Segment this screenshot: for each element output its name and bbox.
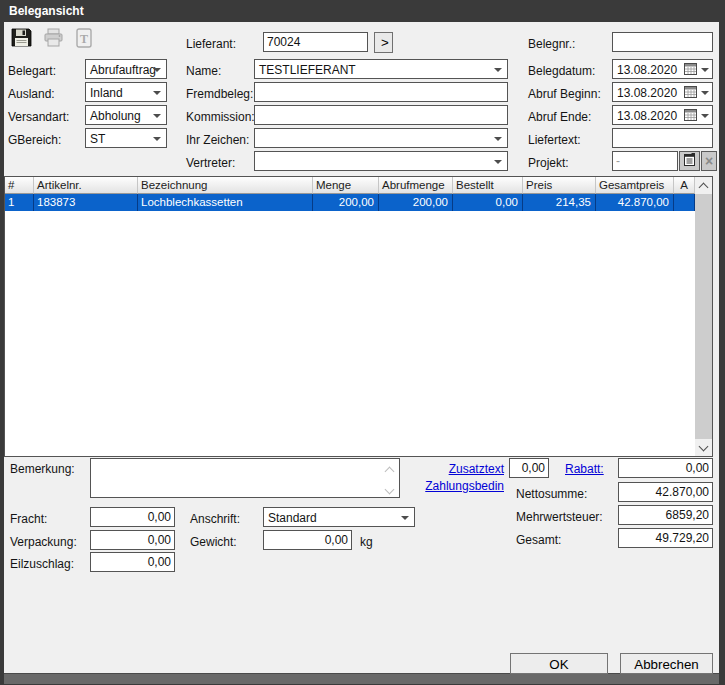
gewicht-label: Gewicht: [190, 535, 237, 549]
chevron-down-icon [401, 516, 409, 520]
save-button[interactable] [11, 28, 35, 52]
zahlungsbedingungen-link[interactable]: Zahlungsbedin [420, 479, 504, 493]
chevron-down-icon [153, 91, 161, 95]
eilzuschlag-label: Eilzuschlag: [10, 557, 74, 571]
chevron-down-icon [494, 160, 502, 164]
fremdbeleg-input[interactable] [254, 82, 508, 102]
belegdatum-label: Belegdatum: [528, 64, 595, 78]
nettosumme-input[interactable] [618, 482, 713, 502]
ausland-value: Inland [90, 86, 123, 100]
title-bar: Belegansicht [0, 0, 725, 22]
belegart-label: Belegart: [8, 64, 56, 78]
column-header-nr[interactable]: # [5, 177, 34, 194]
table-row-cell-bezeichnung[interactable]: Lochblechkassetten [138, 194, 313, 211]
calendar-icon [684, 109, 697, 121]
column-header-preis[interactable]: Preis [523, 177, 596, 194]
abruf-beginn-label: Abruf Beginn: [528, 87, 601, 101]
mehrwertsteuer-input[interactable] [618, 505, 713, 525]
belegdatum-datepicker[interactable]: 13.08.2020 [612, 59, 713, 79]
mehrwertsteuer-label: Mehrwertsteuer: [516, 510, 603, 524]
calendar-icon [684, 63, 697, 75]
abruf-ende-label: Abruf Ende: [528, 110, 591, 124]
belegart-combobox[interactable]: Abrufauftrag [85, 59, 167, 79]
verpackung-label: Verpackung: [10, 535, 77, 549]
scroll-down-button[interactable] [695, 439, 712, 456]
notepad-icon [684, 153, 695, 166]
abruf-ende-datepicker[interactable]: 13.08.2020 [612, 105, 713, 125]
kommission-label: Kommission: [186, 110, 255, 124]
belegansicht-window: { "window": { "title": "Belegansicht" },… [0, 0, 725, 685]
zusatztext-link[interactable]: Zusatztext [420, 462, 504, 476]
lieferant-lookup-button[interactable]: > [374, 32, 393, 53]
kommission-input[interactable] [254, 105, 508, 125]
positions-table: # Artikelnr. Bezeichnung Menge Abrufmeng… [4, 176, 713, 457]
text-block-button: T [76, 28, 96, 52]
lieferant-input[interactable] [263, 32, 368, 52]
scroll-up-button[interactable] [695, 177, 712, 194]
lieferant-label: Lieferant: [186, 37, 236, 51]
gewicht-input[interactable] [263, 530, 352, 550]
chevron-up-icon [699, 182, 709, 192]
bemerkung-textarea[interactable] [90, 458, 400, 498]
name-combobox[interactable]: TESTLIEFERANT [254, 59, 508, 79]
table-row-cell-a[interactable] [674, 194, 695, 211]
zusatztext-input[interactable] [509, 458, 549, 478]
svg-text:T: T [80, 32, 88, 46]
versandart-value: Abholung [90, 109, 141, 123]
window-bottom-frame [4, 673, 719, 684]
table-row-cell-abrufmenge[interactable]: 200,00 [379, 194, 453, 211]
ihr-zeichen-combobox[interactable] [254, 128, 508, 148]
belegnr-input[interactable] [612, 32, 713, 52]
rabatt-link[interactable]: Rabatt: [565, 462, 604, 476]
chevron-down-icon [153, 137, 161, 141]
table-row-cell-menge[interactable]: 200,00 [313, 194, 379, 211]
belegart-value: Abrufauftrag [90, 63, 156, 77]
verpackung-input[interactable] [90, 530, 175, 550]
table-row-cell-bestellt[interactable]: 0,00 [453, 194, 523, 211]
column-header-bezeichnung[interactable]: Bezeichnung [138, 177, 313, 194]
gbereich-value: ST [90, 132, 105, 146]
projekt-clear-button[interactable]: × [701, 151, 717, 171]
column-header-a[interactable]: A [674, 177, 695, 194]
chevron-down-icon [153, 68, 161, 72]
ausland-combobox[interactable]: Inland [85, 82, 167, 102]
eilzuschlag-input[interactable] [90, 552, 175, 572]
text-block-icon: T [76, 28, 92, 48]
table-row-cell-preis[interactable]: 214,35 [523, 194, 596, 211]
table-row-cell-artikelnr[interactable]: 183873 [34, 194, 138, 211]
chevron-down-icon [494, 68, 502, 72]
close-icon: × [705, 153, 713, 169]
calendar-icon [684, 86, 697, 98]
abruf-beginn-datepicker[interactable]: 13.08.2020 [612, 82, 713, 102]
table-row-cell-nr[interactable]: 1 [5, 194, 34, 211]
rabatt-input[interactable] [618, 458, 713, 478]
chevron-down-icon [701, 68, 709, 72]
column-header-gesamtpreis[interactable]: Gesamtpreis [596, 177, 674, 194]
gbereich-combobox[interactable]: ST [85, 128, 167, 148]
column-header-menge[interactable]: Menge [313, 177, 379, 194]
fracht-input[interactable] [90, 507, 175, 527]
gesamt-input[interactable] [618, 528, 713, 548]
column-header-artikelnr[interactable]: Artikelnr. [34, 177, 138, 194]
cancel-button[interactable]: Abbrechen [620, 653, 713, 674]
print-button [43, 28, 67, 52]
ausland-label: Ausland: [8, 87, 55, 101]
table-vertical-scrollbar[interactable] [695, 177, 712, 456]
belegnr-label: Belegnr.: [528, 37, 575, 51]
versandart-combobox[interactable]: Abholung [85, 105, 167, 125]
projekt-input[interactable] [612, 151, 678, 171]
table-row-cell-gesamtpreis[interactable]: 42.870,00 [596, 194, 674, 211]
ok-button[interactable]: OK [510, 653, 608, 674]
gesamt-label: Gesamt: [516, 533, 561, 547]
name-value: TESTLIEFERANT [259, 63, 356, 77]
anschrift-label: Anschrift: [190, 512, 240, 526]
vertreter-combobox[interactable] [254, 151, 508, 171]
ihr-zeichen-label: Ihr Zeichen: [186, 133, 249, 147]
column-header-abrufmenge[interactable]: Abrufmenge [379, 177, 453, 194]
column-header-bestellt[interactable]: Bestellt [453, 177, 523, 194]
chevron-down-icon [153, 114, 161, 118]
abruf-ende-value: 13.08.2020 [617, 109, 677, 123]
liefertext-input[interactable] [612, 128, 713, 148]
anschrift-combobox[interactable]: Standard [263, 507, 415, 527]
projekt-select-button[interactable] [679, 151, 700, 171]
